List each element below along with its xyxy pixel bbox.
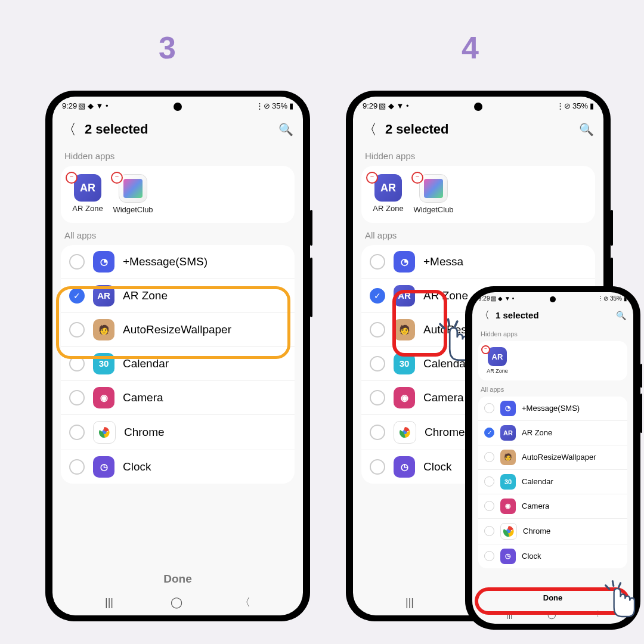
app-row-clock[interactable]: ◷Clock bbox=[61, 450, 295, 484]
auto-icon: 🧑 bbox=[93, 319, 114, 340]
auto-icon: 🧑 bbox=[394, 319, 415, 340]
app-row-chrome[interactable]: Chrome bbox=[478, 519, 627, 544]
app-row-msg[interactable]: ◔+Message(SMS) bbox=[478, 397, 627, 421]
app-label: Clock bbox=[423, 460, 452, 473]
auto-icon: 🧑 bbox=[500, 450, 516, 465]
camera-notch bbox=[474, 103, 482, 111]
app-label: Clock bbox=[123, 460, 151, 473]
app-row-msg[interactable]: ◔+Message(SMS) bbox=[61, 245, 295, 279]
radio[interactable] bbox=[484, 526, 494, 536]
hidden-apps-label: Hidden apps bbox=[472, 327, 633, 339]
app-label: AR Zone bbox=[522, 428, 552, 437]
radio[interactable]: ✓ bbox=[484, 428, 494, 438]
remove-icon[interactable]: − bbox=[481, 345, 490, 354]
cal-icon: 30 bbox=[500, 474, 516, 490]
hidden-app-ar[interactable]: − AR AR Zone bbox=[369, 174, 408, 215]
app-row-ar[interactable]: ✓ARAR Zone bbox=[478, 421, 627, 445]
ar-icon: AR bbox=[93, 285, 114, 306]
cal-icon: 30 bbox=[93, 353, 114, 374]
app-row-auto[interactable]: 🧑AutoResizeWallpaper bbox=[61, 313, 295, 347]
back-icon[interactable]: 〈 bbox=[363, 120, 377, 139]
search-icon[interactable]: 🔍 bbox=[579, 122, 594, 137]
radio[interactable] bbox=[69, 322, 85, 338]
radio[interactable] bbox=[484, 403, 494, 413]
radio[interactable]: ✓ bbox=[370, 288, 385, 304]
camera-notch bbox=[550, 296, 556, 302]
radio[interactable] bbox=[69, 254, 85, 270]
hidden-app-widgetclub[interactable]: − WidgetClub bbox=[113, 174, 153, 215]
radio[interactable] bbox=[370, 459, 385, 475]
all-apps-label: All apps bbox=[353, 225, 603, 243]
chrome-icon bbox=[93, 421, 116, 444]
all-apps-label: All apps bbox=[52, 225, 303, 243]
recent-icon[interactable]: ||| bbox=[105, 596, 113, 609]
page-title: 1 selected bbox=[496, 310, 610, 320]
hidden-apps-card: − AR AR Zone − WidgetClub bbox=[61, 166, 295, 223]
radio[interactable] bbox=[484, 501, 494, 511]
radio[interactable] bbox=[370, 356, 385, 371]
app-row-cal[interactable]: 30Calendar bbox=[478, 470, 627, 494]
remove-icon[interactable]: − bbox=[66, 172, 78, 184]
app-label: AR Zone bbox=[123, 289, 168, 302]
msg-icon: ◔ bbox=[500, 401, 516, 416]
clock-icon: ◷ bbox=[93, 456, 114, 478]
app-row-cam[interactable]: ◉Camera bbox=[61, 381, 295, 415]
cam-icon: ◉ bbox=[93, 387, 114, 408]
cal-icon: 30 bbox=[394, 353, 415, 374]
radio[interactable] bbox=[69, 459, 85, 475]
hidden-app-ar[interactable]: − AR AR Zone bbox=[483, 347, 512, 374]
svg-line-9 bbox=[606, 586, 609, 589]
radio[interactable] bbox=[69, 356, 85, 371]
app-row-auto[interactable]: 🧑AutoResizeWallpaper bbox=[478, 445, 627, 470]
cam-icon: ◉ bbox=[394, 387, 415, 408]
all-apps-list: ◔+Message(SMS)✓ARAR Zone🧑AutoResizeWallp… bbox=[478, 397, 627, 568]
radio[interactable] bbox=[484, 551, 494, 561]
radio[interactable]: ✓ bbox=[69, 288, 85, 304]
app-row-ar[interactable]: ✓ARAR Zone bbox=[61, 279, 295, 313]
radio[interactable] bbox=[484, 452, 494, 462]
radio[interactable] bbox=[370, 425, 385, 440]
svg-line-4 bbox=[440, 324, 444, 329]
app-row-chrome[interactable]: Chrome bbox=[61, 415, 295, 450]
back-icon[interactable]: 〈 bbox=[62, 120, 76, 139]
hidden-app-ar[interactable]: − AR AR Zone bbox=[68, 174, 107, 215]
home-icon[interactable]: ◯ bbox=[547, 610, 556, 619]
radio[interactable] bbox=[370, 322, 385, 338]
hidden-app-widgetclub[interactable]: − WidgetClub bbox=[414, 174, 453, 215]
step-number-3: 3 bbox=[159, 30, 176, 66]
hidden-apps-label: Hidden apps bbox=[52, 146, 303, 163]
remove-icon[interactable]: − bbox=[411, 172, 423, 184]
radio[interactable] bbox=[370, 254, 385, 270]
svg-line-5 bbox=[448, 319, 450, 324]
radio[interactable] bbox=[69, 390, 85, 405]
app-label: Clock bbox=[522, 552, 541, 561]
app-row-msg[interactable]: ◔+Messa bbox=[361, 245, 595, 279]
radio[interactable] bbox=[484, 476, 494, 487]
ar-icon: AR bbox=[394, 285, 415, 306]
search-icon[interactable]: 🔍 bbox=[616, 311, 626, 320]
ar-icon: AR bbox=[374, 174, 402, 202]
widgetclub-icon bbox=[419, 174, 448, 203]
remove-icon[interactable]: − bbox=[111, 172, 123, 184]
chrome-icon bbox=[394, 421, 416, 444]
recent-icon[interactable]: ||| bbox=[405, 596, 414, 609]
home-icon[interactable]: ◯ bbox=[171, 596, 182, 609]
app-row-clock[interactable]: ◷Clock bbox=[478, 544, 627, 568]
app-row-cam[interactable]: ◉Camera bbox=[478, 494, 627, 519]
msg-icon: ◔ bbox=[93, 251, 114, 273]
app-label: Calendar bbox=[123, 357, 169, 370]
all-apps-label: All apps bbox=[472, 382, 633, 395]
back-nav-icon[interactable]: 〈 bbox=[240, 595, 250, 609]
radio[interactable] bbox=[69, 425, 85, 440]
search-icon[interactable]: 🔍 bbox=[278, 122, 293, 137]
remove-icon[interactable]: − bbox=[366, 172, 378, 184]
radio[interactable] bbox=[370, 390, 385, 405]
app-label: AR Zone bbox=[423, 289, 468, 302]
app-label: Chrome bbox=[523, 527, 550, 535]
app-row-cal[interactable]: 30Calendar bbox=[61, 347, 295, 381]
back-icon[interactable]: 〈 bbox=[479, 308, 490, 322]
app-label: AutoResizeWallpaper bbox=[522, 453, 596, 462]
recent-icon[interactable]: ||| bbox=[506, 610, 512, 619]
step-number-4: 4 bbox=[462, 30, 479, 66]
app-label: Calendar bbox=[522, 477, 553, 486]
